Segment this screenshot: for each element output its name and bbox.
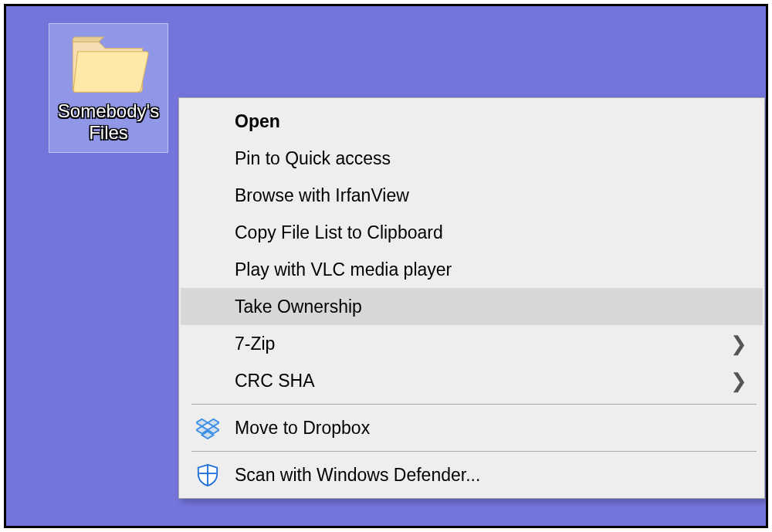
submenu-arrow-icon: ❯	[724, 369, 747, 393]
menu-label-browse-irfanview: Browse with IrfanView	[235, 185, 747, 206]
windows-defender-icon	[181, 463, 235, 486]
menu-item-7zip[interactable]: 7-Zip ❯	[181, 325, 763, 362]
menu-label-pin-quick-access: Pin to Quick access	[235, 148, 747, 169]
menu-item-take-ownership[interactable]: Take Ownership	[181, 288, 763, 325]
menu-item-move-to-dropbox[interactable]: Move to Dropbox	[181, 409, 763, 446]
svg-marker-1	[208, 419, 219, 426]
menu-item-crc-sha[interactable]: CRC SHA ❯	[181, 362, 763, 399]
menu-item-scan-defender[interactable]: Scan with Windows Defender...	[181, 456, 763, 493]
menu-item-play-vlc[interactable]: Play with VLC media player	[181, 251, 763, 288]
menu-label-move-to-dropbox: Move to Dropbox	[235, 418, 747, 439]
menu-item-pin-quick-access[interactable]: Pin to Quick access	[181, 140, 763, 177]
dropbox-icon	[181, 416, 235, 439]
menu-label-play-vlc: Play with VLC media player	[235, 259, 747, 280]
menu-label-scan-defender: Scan with Windows Defender...	[235, 465, 747, 486]
desktop-folder-somebodys-files[interactable]: Somebody's Files	[49, 23, 168, 153]
folder-icon	[68, 30, 149, 100]
menu-separator	[191, 404, 757, 405]
menu-separator	[191, 451, 757, 452]
context-menu: Open Pin to Quick access Browse with Irf…	[178, 97, 765, 499]
menu-label-crc-sha: CRC SHA	[235, 371, 724, 391]
svg-marker-0	[196, 419, 208, 426]
menu-label-take-ownership: Take Ownership	[235, 296, 747, 317]
desktop-folder-label: Somebody's Files	[58, 100, 159, 144]
menu-label-open: Open	[235, 111, 747, 132]
menu-item-copy-file-list[interactable]: Copy File List to Clipboard	[181, 214, 763, 251]
menu-label-copy-file-list: Copy File List to Clipboard	[235, 222, 747, 243]
menu-item-browse-irfanview[interactable]: Browse with IrfanView	[181, 177, 763, 214]
menu-item-open[interactable]: Open	[181, 103, 763, 140]
submenu-arrow-icon: ❯	[724, 332, 747, 356]
desktop-frame: Somebody's Files Open Pin to Quick acces…	[4, 4, 768, 528]
menu-label-7zip: 7-Zip	[235, 334, 724, 354]
